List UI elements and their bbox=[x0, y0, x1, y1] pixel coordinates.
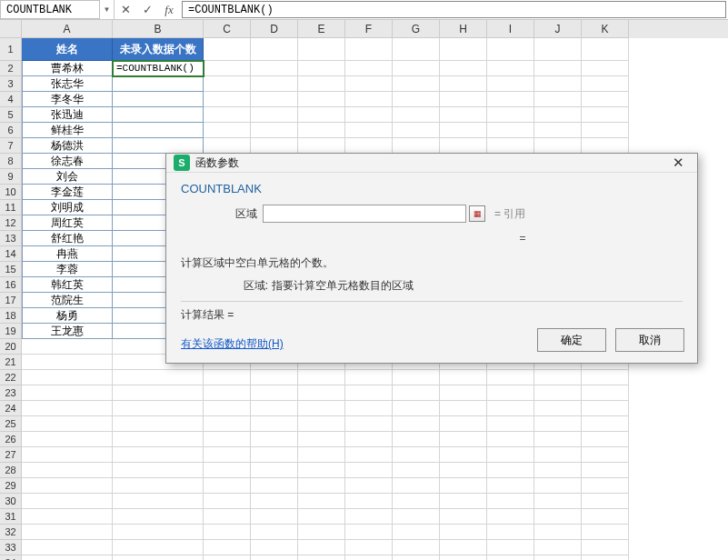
cell[interactable] bbox=[582, 107, 629, 123]
cell[interactable] bbox=[440, 416, 487, 432]
cell[interactable] bbox=[440, 61, 487, 76]
row-header[interactable]: 28 bbox=[0, 463, 22, 478]
row-header[interactable]: 29 bbox=[0, 478, 22, 494]
arg-input[interactable] bbox=[263, 205, 466, 223]
cell[interactable] bbox=[534, 478, 582, 494]
cell[interactable] bbox=[113, 385, 204, 401]
cell[interactable] bbox=[204, 401, 251, 416]
cell[interactable] bbox=[440, 447, 487, 463]
cell[interactable] bbox=[487, 525, 534, 540]
cell[interactable] bbox=[113, 463, 204, 478]
cell[interactable] bbox=[298, 92, 345, 107]
column-header[interactable]: D bbox=[251, 20, 298, 38]
cell[interactable] bbox=[582, 463, 629, 478]
cell[interactable] bbox=[251, 385, 298, 401]
cell[interactable] bbox=[204, 555, 251, 560]
cell[interactable] bbox=[534, 540, 582, 555]
cell[interactable] bbox=[582, 61, 629, 76]
cell[interactable]: 舒红艳 bbox=[22, 231, 113, 246]
cell[interactable] bbox=[534, 463, 582, 478]
cell[interactable] bbox=[393, 478, 440, 494]
cell[interactable] bbox=[298, 76, 345, 92]
cell[interactable] bbox=[251, 92, 298, 107]
cell[interactable] bbox=[440, 525, 487, 540]
cell[interactable] bbox=[22, 339, 113, 355]
cell[interactable] bbox=[487, 494, 534, 509]
cell[interactable] bbox=[251, 61, 298, 76]
column-header[interactable]: J bbox=[534, 20, 582, 38]
column-header[interactable]: A bbox=[22, 20, 113, 38]
cell[interactable] bbox=[487, 38, 534, 61]
cell[interactable] bbox=[487, 385, 534, 401]
column-header[interactable]: G bbox=[393, 20, 440, 38]
cell[interactable] bbox=[345, 61, 393, 76]
row-header[interactable]: 9 bbox=[0, 169, 22, 185]
cell[interactable] bbox=[534, 107, 582, 123]
cell[interactable] bbox=[440, 370, 487, 385]
column-header[interactable]: E bbox=[298, 20, 345, 38]
cell[interactable] bbox=[298, 478, 345, 494]
cell[interactable] bbox=[251, 463, 298, 478]
cell[interactable] bbox=[298, 509, 345, 525]
row-header[interactable]: 33 bbox=[0, 540, 22, 555]
cell[interactable] bbox=[440, 107, 487, 123]
cell[interactable]: 鲜桂华 bbox=[22, 123, 113, 138]
cell[interactable] bbox=[393, 138, 440, 154]
cell[interactable] bbox=[440, 509, 487, 525]
cell[interactable] bbox=[204, 494, 251, 509]
cell[interactable] bbox=[22, 478, 113, 494]
cell[interactable] bbox=[582, 38, 629, 61]
cell[interactable] bbox=[298, 107, 345, 123]
cell[interactable] bbox=[534, 76, 582, 92]
cell[interactable] bbox=[582, 432, 629, 447]
cell[interactable] bbox=[440, 494, 487, 509]
row-header[interactable]: 25 bbox=[0, 416, 22, 432]
cell[interactable] bbox=[298, 494, 345, 509]
column-header[interactable]: H bbox=[440, 20, 487, 38]
cell[interactable] bbox=[113, 123, 204, 138]
ok-button[interactable]: 确定 bbox=[537, 328, 606, 352]
cell[interactable] bbox=[298, 540, 345, 555]
cell[interactable] bbox=[393, 385, 440, 401]
cell[interactable]: 冉燕 bbox=[22, 246, 113, 262]
cell[interactable] bbox=[251, 509, 298, 525]
cell[interactable] bbox=[534, 509, 582, 525]
close-icon[interactable]: ✕ bbox=[666, 154, 690, 172]
cell[interactable] bbox=[582, 416, 629, 432]
cell[interactable] bbox=[582, 509, 629, 525]
cell[interactable] bbox=[487, 555, 534, 560]
cell[interactable] bbox=[345, 385, 393, 401]
cell[interactable] bbox=[440, 123, 487, 138]
cell[interactable] bbox=[204, 432, 251, 447]
cell[interactable] bbox=[393, 494, 440, 509]
cell[interactable] bbox=[534, 401, 582, 416]
cell[interactable] bbox=[251, 525, 298, 540]
cell[interactable] bbox=[251, 76, 298, 92]
cell[interactable] bbox=[345, 509, 393, 525]
cell[interactable] bbox=[22, 370, 113, 385]
cell[interactable] bbox=[534, 555, 582, 560]
cell[interactable]: 韩红英 bbox=[22, 277, 113, 293]
cell[interactable] bbox=[487, 463, 534, 478]
cell[interactable]: 张迅迪 bbox=[22, 107, 113, 123]
cell[interactable] bbox=[298, 416, 345, 432]
range-selector-icon[interactable]: ▦ bbox=[469, 205, 485, 222]
cell[interactable] bbox=[22, 432, 113, 447]
cell[interactable] bbox=[440, 38, 487, 61]
cell[interactable] bbox=[345, 432, 393, 447]
cell[interactable] bbox=[534, 432, 582, 447]
cell[interactable] bbox=[582, 401, 629, 416]
cell[interactable] bbox=[204, 463, 251, 478]
cell[interactable] bbox=[582, 385, 629, 401]
cell[interactable] bbox=[393, 555, 440, 560]
cell[interactable] bbox=[251, 138, 298, 154]
cell[interactable] bbox=[345, 92, 393, 107]
cell[interactable]: 李蓉 bbox=[22, 262, 113, 277]
cell[interactable] bbox=[487, 61, 534, 76]
cell[interactable] bbox=[22, 494, 113, 509]
column-header[interactable]: B bbox=[113, 20, 204, 38]
cell[interactable] bbox=[22, 447, 113, 463]
row-header[interactable]: 16 bbox=[0, 277, 22, 293]
cell[interactable] bbox=[251, 432, 298, 447]
cell[interactable] bbox=[251, 447, 298, 463]
